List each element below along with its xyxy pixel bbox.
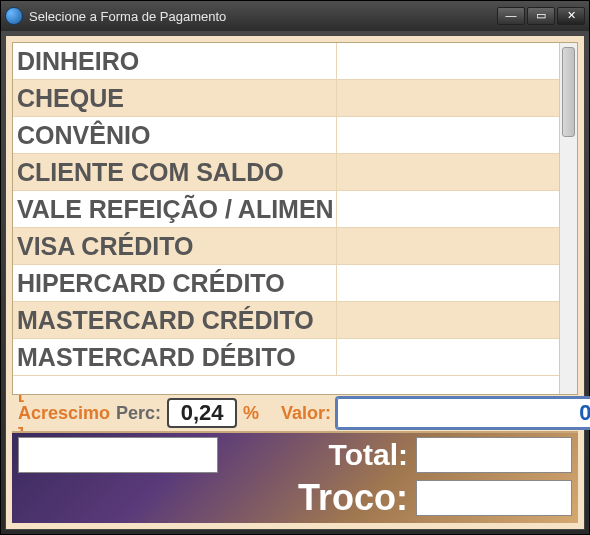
app-icon [5,7,23,25]
payment-method-row[interactable]: MASTERCARD DÉBITO [13,339,559,376]
minimize-button[interactable]: — [497,7,525,25]
valor-input[interactable] [337,398,590,428]
window-title: Selecione a Forma de Pagamento [29,9,497,24]
maximize-button[interactable]: ▭ [527,7,555,25]
payment-method-row[interactable]: DINHEIRO [13,43,559,80]
totals-panel: Total: Troco: [12,431,578,523]
payment-method-rest [337,191,559,227]
payment-method-row[interactable]: VALE REFEIÇÃO / ALIMEN [13,191,559,228]
payment-method-rest [337,228,559,264]
total-row: Total: [18,437,572,473]
close-button[interactable]: ✕ [557,7,585,25]
perc-label: Perc: [116,403,161,424]
vertical-scrollbar[interactable] [559,43,577,394]
payment-method-row[interactable]: MASTERCARD CRÉDITO [13,302,559,339]
payment-method-name: MASTERCARD CRÉDITO [13,302,337,338]
payment-method-rest [337,302,559,338]
perc-symbol: % [243,403,259,424]
titlebar[interactable]: Selecione a Forma de Pagamento — ▭ ✕ [1,1,589,31]
payment-method-row[interactable]: VISA CRÉDITO [13,228,559,265]
payment-method-row[interactable]: CLIENTE COM SALDO [13,154,559,191]
payment-method-row[interactable]: CHEQUE [13,80,559,117]
payment-method-row[interactable]: HIPERCARD CRÉDITO [13,265,559,302]
payment-method-row[interactable]: CONVÊNIO [13,117,559,154]
valor-label: Valor: [281,403,331,424]
amount-entry-input[interactable] [18,437,218,473]
payment-methods-grid: DINHEIRO CHEQUE CONVÊNIO CLIENTE COM SAL… [12,42,578,395]
payment-method-rest [337,154,559,190]
payment-method-rest [337,339,559,375]
payment-form-window: Selecione a Forma de Pagamento — ▭ ✕ DIN… [0,0,590,535]
perc-input[interactable] [167,398,237,428]
payment-method-name: CHEQUE [13,80,337,116]
total-label: Total: [218,438,416,472]
window-controls: — ▭ ✕ [497,7,585,25]
troco-row: Troco: [18,477,572,519]
payment-method-name: CONVÊNIO [13,117,337,153]
troco-value [416,480,572,516]
payment-method-rest [337,43,559,79]
payment-method-name: DINHEIRO [13,43,337,79]
acrescimo-bar: [ Acrescimo ] Perc: % Valor: [12,395,578,431]
payment-method-name: VALE REFEIÇÃO / ALIMEN [13,191,337,227]
payment-method-name: MASTERCARD DÉBITO [13,339,337,375]
scrollbar-thumb[interactable] [562,47,575,137]
payment-method-name: CLIENTE COM SALDO [13,154,337,190]
client-area: DINHEIRO CHEQUE CONVÊNIO CLIENTE COM SAL… [5,35,585,530]
grid-body: DINHEIRO CHEQUE CONVÊNIO CLIENTE COM SAL… [13,43,559,394]
troco-label: Troco: [218,477,416,519]
payment-method-rest [337,265,559,301]
payment-method-rest [337,117,559,153]
total-value [416,437,572,473]
payment-method-name: HIPERCARD CRÉDITO [13,265,337,301]
payment-method-rest [337,80,559,116]
payment-method-name: VISA CRÉDITO [13,228,337,264]
